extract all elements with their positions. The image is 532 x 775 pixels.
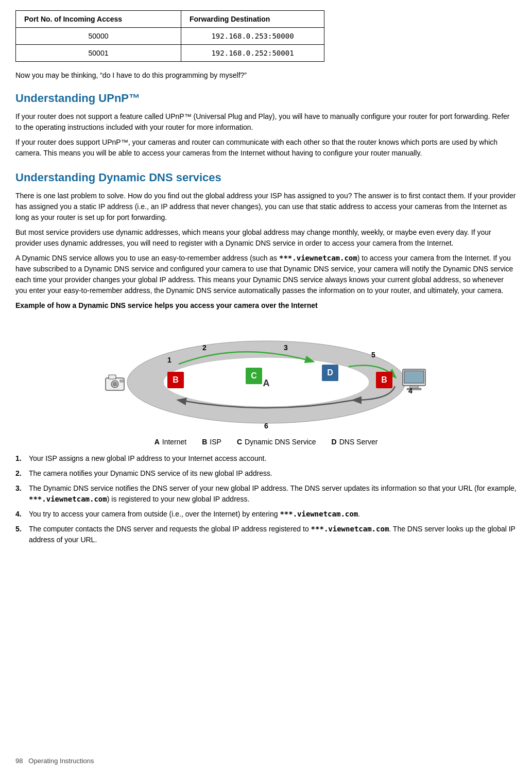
legend-letter: A — [155, 438, 160, 446]
step-num: 2. — [15, 468, 25, 479]
step-code: ***.viewnetcam.com — [29, 495, 107, 503]
table-header-port: Port No. of Incoming Access — [16, 11, 181, 28]
a-label: A — [263, 378, 269, 388]
intro-text: Now you may be thinking, “do I have to d… — [15, 71, 517, 79]
legend-item-d: DDNS Server — [332, 438, 378, 446]
svg-rect-8 — [404, 371, 424, 383]
steps-list: 1.Your ISP assigns a new global IP addre… — [15, 453, 517, 545]
diagram-svg: B C D B A 1 2 3 4 5 6 — [91, 320, 441, 434]
svg-rect-3 — [109, 375, 116, 379]
section1-para2: If your router does support UPnP™, your … — [15, 137, 517, 159]
computer-icon — [403, 369, 425, 390]
diagram-svg-wrap: B C D B A 1 2 3 4 5 6 — [91, 320, 441, 434]
section2-para3-prefix: A Dynamic DNS service allows you to use … — [15, 254, 279, 262]
camera-icon — [106, 375, 124, 390]
svg-point-5 — [113, 382, 117, 386]
section1-para1: If your router does not support a featur… — [15, 111, 517, 133]
table-cell-port: 50001 — [16, 45, 181, 62]
c-label: C — [251, 371, 257, 380]
dns-diagram: B C D B A 1 2 3 4 5 6 AInternetBISPCDyna… — [15, 320, 517, 446]
step-num: 3. — [15, 483, 25, 494]
table-row: 50001192.168.0.252:50001 — [16, 45, 324, 62]
step-item-1: 1.Your ISP assigns a new global IP addre… — [15, 453, 517, 464]
page-number: 98 — [15, 757, 23, 765]
table-cell-port: 50000 — [16, 28, 181, 45]
section2-body: There is one last problem to solve. How … — [15, 191, 517, 311]
section2-bold-label: Example of how a Dynamic DNS service hel… — [15, 300, 517, 311]
svg-rect-6 — [120, 380, 123, 382]
d-label: D — [327, 368, 333, 377]
step-item-4: 4.You try to access your camera from out… — [15, 509, 517, 520]
step-item-3: 3.The Dynamic DNS service notifies the D… — [15, 483, 517, 505]
legend-letter: B — [202, 438, 207, 446]
legend-label: DNS Server — [339, 438, 378, 446]
step-text: Your ISP assigns a new global IP address… — [29, 453, 266, 464]
legend-item-b: BISP — [202, 438, 221, 446]
num5: 5 — [371, 351, 375, 359]
legend-item-a: AInternet — [155, 438, 187, 446]
step-item-5: 5.The computer contacts the DNS server a… — [15, 524, 517, 545]
num2: 2 — [202, 343, 207, 352]
port-forwarding-table: Port No. of Incoming Access Forwarding D… — [15, 10, 324, 62]
num1: 1 — [167, 356, 171, 364]
section1-body: If your router does not support a featur… — [15, 111, 517, 159]
section2-para3: A Dynamic DNS service allows you to use … — [15, 253, 517, 296]
legend-label: Dynamic DNS Service — [245, 438, 316, 446]
step-text: The Dynamic DNS service notifies the DNS… — [29, 483, 517, 505]
num6: 6 — [264, 422, 268, 430]
num4: 4 — [408, 387, 413, 395]
section2-para1: There is one last problem to solve. How … — [15, 191, 517, 223]
step-num: 5. — [15, 524, 25, 535]
legend-label: ISP — [210, 438, 221, 446]
legend-label: Internet — [162, 438, 186, 446]
legend-item-c: CDynamic DNS Service — [237, 438, 316, 446]
legend-letter: D — [332, 438, 337, 446]
legend-letter: C — [237, 438, 242, 446]
num3: 3 — [284, 343, 288, 352]
table-cell-destination: 192.168.0.252:50001 — [181, 45, 324, 62]
footer-label: Operating Instructions — [28, 757, 94, 765]
table-row: 50000192.168.0.253:50000 — [16, 28, 324, 45]
step-num: 1. — [15, 453, 25, 464]
section2-para3-code: ***.viewnetcam.com — [279, 254, 357, 262]
section1-heading: Understanding UPnP™ — [15, 92, 517, 105]
table-header-destination: Forwarding Destination — [181, 11, 324, 28]
step-text: The computer contacts the DNS server and… — [29, 524, 517, 545]
diagram-legend: AInternetBISPCDynamic DNS ServiceDDNS Se… — [155, 438, 378, 446]
step-item-2: 2.The camera notifies your Dynamic DNS s… — [15, 468, 517, 479]
step-code: ***.viewnetcam.com — [280, 510, 358, 518]
step-text: You try to access your camera from outsi… — [29, 509, 360, 520]
page-footer: 98 Operating Instructions — [15, 757, 94, 765]
b-right-label: B — [381, 375, 387, 384]
table-cell-destination: 192.168.0.253:50000 — [181, 28, 324, 45]
section2-heading: Understanding Dynamic DNS services — [15, 171, 517, 184]
step-text: The camera notifies your Dynamic DNS ser… — [29, 468, 272, 479]
step-code: ***.viewnetcam.com — [311, 525, 389, 533]
b-left-label: B — [173, 375, 179, 384]
section2-para2: But most service providers use dynamic a… — [15, 227, 517, 249]
step-num: 4. — [15, 509, 25, 520]
